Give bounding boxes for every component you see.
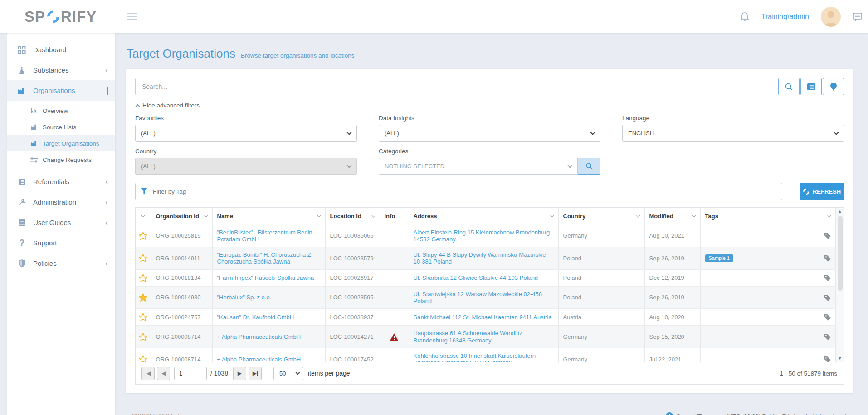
language-select[interactable]: ENGLISH [622, 125, 844, 142]
search-icon [785, 83, 793, 91]
search-input[interactable] [135, 78, 777, 95]
table-row[interactable]: ORG-100014930 "Herbalux" Sp. z o.o. LOC-… [136, 286, 836, 309]
organisation-name-link[interactable]: + Alpha Pharmaceuticals GmbH [217, 333, 301, 340]
feedback-chat-icon[interactable] [853, 12, 863, 21]
organisation-name-link[interactable]: "Herbalux" Sp. z o.o. [217, 294, 272, 301]
scroll-up-icon[interactable]: ▲ [838, 208, 842, 215]
scroll-down-icon[interactable]: ▼ [838, 355, 842, 362]
chevron-down-icon[interactable] [636, 213, 640, 218]
chevron-down-icon[interactable] [317, 213, 321, 218]
first-page-button[interactable]: ◀ [141, 367, 155, 380]
column-header-location-id[interactable]: Location Id [325, 208, 380, 225]
organisation-name-cell: + Alpha Pharmaceuticals GmbH [212, 348, 325, 362]
page-number-input[interactable] [174, 367, 207, 380]
categories-search-button[interactable] [578, 158, 600, 175]
tag-icon[interactable] [824, 314, 831, 321]
table-row[interactable]: ORG-100025819 "BerlinBlister" - Blisterz… [136, 225, 836, 247]
table-row[interactable]: ORG-100008714 + Alpha Pharmaceuticals Gm… [136, 348, 836, 362]
sidebar-item-administration[interactable]: Administration ‹ [7, 192, 115, 212]
table-row[interactable]: ORG-100014911 "Eurogaz-Bombi" H. Chorosz… [136, 247, 836, 270]
chevron-down-icon[interactable] [827, 213, 832, 218]
avatar[interactable] [821, 7, 841, 27]
tags-cell: Sample 1 [700, 247, 836, 270]
tag-icon[interactable] [824, 333, 831, 340]
next-page-button[interactable]: ▶ [233, 367, 246, 380]
sidebar-item-referentials[interactable]: Referentials ‹ [7, 171, 115, 192]
notifications-bell-icon[interactable] [740, 11, 750, 22]
chevron-down-icon[interactable] [141, 213, 146, 218]
previous-page-button[interactable]: ◀ [157, 367, 170, 380]
organisation-name-link[interactable]: "BerlinBlister" - Blisterzentrum Berlin-… [217, 229, 314, 243]
map-view-button[interactable] [823, 78, 844, 95]
organisation-id-cell: ORG-100025819 [151, 225, 212, 247]
tag-icon[interactable] [824, 294, 831, 301]
column-header-address[interactable]: Address [409, 208, 558, 225]
current-user[interactable]: Training\admin [761, 13, 809, 21]
table-row[interactable]: ORG-100018134 "Farm-Impex" Rusecki Spółk… [136, 269, 836, 286]
select-column-header[interactable] [136, 208, 151, 225]
address-link[interactable]: Kohlenhofstrasse 10 Innenstadt Kaisersla… [414, 352, 536, 362]
organisation-name-link[interactable]: "Farm-Impex" Rusecki Spółka Jawna [217, 274, 314, 281]
favourite-star-icon[interactable] [139, 355, 147, 362]
favourite-star-icon[interactable] [139, 254, 147, 262]
search-button[interactable] [778, 78, 800, 95]
address-link[interactable]: Hauptstrasse 61 A Schoenwalde Wandlitz B… [414, 330, 522, 343]
table-scrollbar[interactable]: ▲ ▼ [836, 208, 844, 362]
sidebar-item-user-guides[interactable]: User Guides ‹ [7, 212, 115, 233]
tag-icon[interactable] [824, 274, 831, 281]
favourite-star-icon[interactable] [139, 232, 147, 240]
favourite-star-icon[interactable] [139, 333, 147, 341]
address-link[interactable]: Albert-Einstein-Ring 15 Kleinmachnow Bra… [414, 229, 550, 243]
refresh-button[interactable]: REFRESH [800, 183, 844, 200]
address-link[interactable]: Sankt Michael 112 St. Michael Kaernten 9… [414, 314, 552, 321]
column-header-name[interactable]: Name [212, 208, 325, 225]
sidebar-item-label: Change Requests [43, 156, 92, 163]
sidebar-item-support[interactable]: ? Support [7, 233, 115, 253]
sidebar-item-substances[interactable]: Substances ‹ [7, 60, 115, 80]
column-header-country[interactable]: Country [558, 208, 644, 225]
organisation-name-link[interactable]: + Alpha Pharmaceuticals GmbH [217, 356, 301, 362]
table-row[interactable]: ORG-100024757 "Kausan" Dr. Kaufhold GmbH… [136, 309, 836, 326]
sidebar-item-source-lists[interactable]: Source Lists [7, 119, 115, 135]
app-logo[interactable]: SP RIFY [24, 8, 97, 25]
chevron-down-icon[interactable] [550, 213, 554, 218]
categories-select[interactable]: NOTHING SELECTED [379, 158, 578, 175]
favourite-star-icon[interactable] [139, 293, 147, 302]
sidebar-item-label: Target Organisations [43, 140, 99, 147]
flask-icon [17, 66, 27, 74]
sidebar-item-change-requests[interactable]: Change Requests [7, 151, 115, 168]
scrollbar-thumb[interactable] [838, 216, 843, 291]
address-link[interactable]: Ul. Slupy 44 B Slupy Dywity Warminsko-Ma… [414, 251, 546, 265]
hide-advanced-filters-toggle[interactable]: Hide advanced filters [136, 102, 844, 109]
sidebar-item-policies[interactable]: Policies ‹ [7, 253, 115, 273]
chevron-down-icon[interactable] [204, 213, 208, 218]
favourite-star-icon[interactable] [139, 274, 147, 282]
column-header-tags[interactable]: Tags [700, 208, 836, 225]
organisation-name-link[interactable]: "Eurogaz-Bombi" H. Choroszucha Z. Choros… [217, 251, 313, 265]
sidebar-item-organisations[interactable]: Organisations [7, 80, 115, 101]
chevron-down-icon[interactable] [371, 213, 375, 218]
table-row[interactable]: ORG-100008714 + Alpha Pharmaceuticals Gm… [136, 326, 836, 348]
menu-toggle-icon[interactable] [127, 11, 137, 22]
filter-by-tag-input[interactable] [135, 183, 782, 200]
sidebar-item-target-organisations[interactable]: Target Organisations [7, 135, 115, 151]
favourite-star-icon[interactable] [139, 313, 147, 321]
column-header-modified[interactable]: Modified [644, 208, 700, 225]
address-link[interactable]: Ul. Skarbnika 12 Gliwice Slaskie 44-103 … [414, 274, 538, 281]
tag-icon[interactable] [824, 255, 831, 262]
tag-icon[interactable] [824, 232, 831, 239]
sidebar-item-overview[interactable]: Overview [7, 103, 115, 119]
chevron-down-icon [567, 163, 572, 168]
favourites-select[interactable]: (ALL) [135, 125, 357, 142]
last-page-button[interactable]: ▶ [249, 367, 262, 380]
data-insights-select[interactable]: (ALL) [379, 125, 600, 142]
organisation-name-link[interactable]: "Kausan" Dr. Kaufhold GmbH [217, 314, 294, 321]
table-view-button[interactable] [800, 78, 822, 95]
tag-icon[interactable] [824, 356, 831, 362]
sidebar-item-dashboard[interactable]: Dashboard [7, 39, 115, 60]
column-header-organisation-id[interactable]: Organisation Id [151, 208, 212, 225]
page-size-select[interactable]: 50 [273, 367, 303, 380]
address-link[interactable]: Ul. Starowiejska 12 Warsaw Mazowieckie 0… [414, 291, 542, 304]
chevron-down-icon[interactable] [692, 213, 696, 218]
warning-icon[interactable] [390, 333, 398, 341]
